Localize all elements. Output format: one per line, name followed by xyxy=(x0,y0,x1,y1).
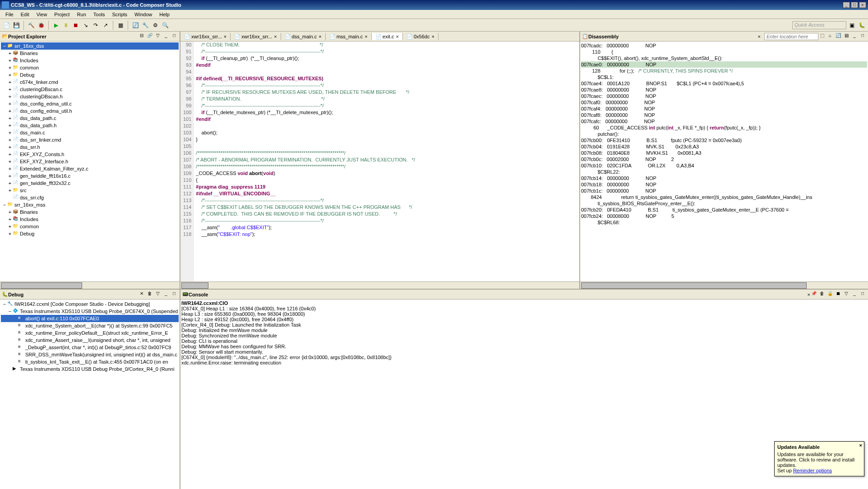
menu-scripts[interactable]: Scripts xyxy=(108,11,131,18)
code-line[interactable]: #pragma diag_suppress 1119 xyxy=(196,184,579,190)
code-line[interactable]: /*--------------------------------------… xyxy=(196,82,579,89)
tree-toggle-icon[interactable]: + xyxy=(7,188,13,193)
minimize-button[interactable]: _ xyxy=(843,2,850,8)
code-line[interactable]: { xyxy=(196,177,579,184)
project-tree-item[interactable]: +📚Includes xyxy=(1,57,179,64)
code-line[interactable]: /* CLOSE THEM. */ xyxy=(196,42,579,48)
tree-toggle-icon[interactable]: + xyxy=(7,58,13,63)
debug-tool1-icon[interactable]: ✕ xyxy=(138,291,145,298)
tree-toggle-icon[interactable]: + xyxy=(7,166,13,171)
maximize-button[interactable]: □ xyxy=(851,2,858,8)
menu-tools[interactable]: Tools xyxy=(90,11,109,18)
menu-window[interactable]: Window xyxy=(131,11,156,18)
step-over-button[interactable]: ↷ xyxy=(91,21,100,30)
tab-close-icon[interactable]: × xyxy=(431,34,434,39)
disasm-tool2-icon[interactable]: ▤ xyxy=(843,33,850,40)
tree-toggle-icon[interactable]: + xyxy=(7,65,13,70)
tree-toggle-icon[interactable]: + xyxy=(7,224,13,229)
pause-button[interactable]: ⏸ xyxy=(61,21,70,30)
code-line[interactable]: /*--------------------------------------… xyxy=(196,48,579,55)
perspective-debug-button[interactable]: 🐛 xyxy=(857,21,866,30)
project-tree-item[interactable]: +📄Extended_Kalman_Filter_xyz.c xyxy=(1,165,179,172)
project-tree-item[interactable]: +📄gen_twiddle_fft16x16.c xyxy=(1,172,179,180)
console-pin-icon[interactable]: 📌 xyxy=(810,291,817,298)
disassembly-line[interactable]: $C$RL22: xyxy=(581,169,867,175)
debug-tree-item[interactable]: ≡xdc_runtime_System_abort__E(char *)() a… xyxy=(1,322,179,329)
console-maximize-icon[interactable]: □ xyxy=(859,291,866,298)
disassembly-line[interactable]: 128 for (;;); /* CURRENTLY, THIS SPINS F… xyxy=(581,68,867,74)
disassembly-line[interactable]: 007fcaf0: 00000000 NOP xyxy=(581,99,867,106)
code-line[interactable]: /* TERMINATION. */ xyxy=(196,96,579,102)
debug-tree-item[interactable]: −💠Texas Instruments XDS110 USB Debug Pro… xyxy=(1,308,179,315)
code-line[interactable]: __asm("C$$EXIT: nop"); xyxy=(196,231,579,238)
disassembly-close-icon[interactable]: × xyxy=(758,34,761,39)
editor-tab[interactable]: 📄dss_main.c× xyxy=(281,33,326,40)
project-tree-item[interactable]: +📄dss_srr_linker.cmd xyxy=(1,136,179,143)
tab-close-icon[interactable]: × xyxy=(274,34,277,39)
code-line[interactable] xyxy=(196,143,579,150)
project-tree-item[interactable]: +📄EKF_XYZ_Interface.h xyxy=(1,158,179,165)
grid-button[interactable]: ▦ xyxy=(116,21,125,30)
project-tree-item[interactable]: +📄clusteringDBscan.c xyxy=(1,86,179,93)
project-tree-item[interactable]: +📄dss_main.c xyxy=(1,129,179,136)
tool3-button[interactable]: 🔍 xyxy=(161,21,170,30)
disassembly-line[interactable]: 007fcb1c: 00000000 NOP xyxy=(581,188,867,194)
tree-toggle-icon[interactable]: + xyxy=(7,101,13,106)
code-line[interactable]: if (__TI_delete_mutexes_ptr) (*__TI_dele… xyxy=(196,109,579,116)
tree-toggle-icon[interactable]: + xyxy=(7,87,13,92)
menu-project[interactable]: Project xyxy=(51,11,73,18)
menu-file[interactable]: File xyxy=(2,11,17,18)
disassembly-line[interactable]: 007fcafc: 00000000 NOP xyxy=(581,118,867,125)
tree-toggle-icon[interactable]: + xyxy=(7,137,13,143)
project-tree-item[interactable]: +📄dss_data_path.h xyxy=(1,122,179,129)
tree-toggle-icon[interactable]: − xyxy=(2,202,7,208)
tab-close-icon[interactable]: × xyxy=(224,34,226,39)
save-button[interactable]: 💾 xyxy=(12,21,21,30)
console-minimize-icon[interactable]: _ xyxy=(851,291,858,298)
console-lock-icon[interactable]: 🔒 xyxy=(826,291,834,298)
disassembly-content[interactable]: 007fcadc: 00000000 NOP 110 { C$$EXIT(), … xyxy=(580,42,868,281)
notification-link[interactable]: Reminder options xyxy=(793,468,832,473)
code-line[interactable]: /*--------------------------------------… xyxy=(196,197,579,204)
minimize-panel-icon[interactable]: _ xyxy=(162,33,170,40)
console-menu-icon[interactable]: ▽ xyxy=(843,291,850,298)
debug-button[interactable]: 🐞 xyxy=(37,21,46,30)
code-line[interactable]: _CODE_ACCESS void abort(void) xyxy=(196,170,579,177)
disassembly-line[interactable]: 007fcb04: 0191E428 MVK.S1 0x23c8,A3 xyxy=(581,143,867,150)
code-line[interactable]: /* COMPLETED. THIS CAN BE REMOVED IF THE… xyxy=(196,211,579,217)
project-tree-item[interactable]: +📁src xyxy=(1,187,179,194)
project-tree-item[interactable]: 📄dss_srr.cfg xyxy=(1,194,179,201)
project-tree-item[interactable]: +📄c674x_linker.cmd xyxy=(1,78,179,86)
project-tree-item[interactable]: +📦Binaries xyxy=(1,50,179,57)
code-line[interactable]: __asm(" .global C$$EXIT"); xyxy=(196,224,579,231)
code-line[interactable]: /*--------------------------------------… xyxy=(196,102,579,109)
debug-minimize-icon[interactable]: _ xyxy=(162,291,170,298)
menu-run[interactable]: Run xyxy=(74,11,90,18)
debug-tree-item[interactable]: ≡abort() at exit.c:110 0x007FCAE0 xyxy=(1,315,179,322)
project-tree-item[interactable]: −📁srr_16xx_mss xyxy=(1,201,179,208)
project-tree-item[interactable]: +📁Debug xyxy=(1,71,179,78)
debug-tree-item[interactable]: ≡ti_sysbios_knl_Task_exit__E() at Task.c… xyxy=(1,358,179,365)
tab-close-icon[interactable]: × xyxy=(319,34,321,39)
notification-close-icon[interactable]: × xyxy=(859,443,862,448)
code-line[interactable]: /* ABORT - ABNORMAL PROGRAM TERMINATION.… xyxy=(196,157,579,163)
disassembly-line[interactable]: 007fcb14: 00000000 NOP xyxy=(581,175,867,181)
tool-button[interactable]: 🔧 xyxy=(141,21,150,30)
menu-help[interactable]: Help xyxy=(156,11,173,18)
perspective-ccs-button[interactable]: ▣ xyxy=(847,21,856,30)
disassembly-line[interactable]: 60 _CODE_ACCESS int putc(int _x, FILE *_… xyxy=(581,125,867,131)
tree-toggle-icon[interactable]: + xyxy=(7,173,13,179)
project-tree-item[interactable]: +📚Includes xyxy=(1,216,179,223)
disassembly-line[interactable]: 007fcb08: 018040E8 MVKH.S1 0x0081,A3 xyxy=(581,150,867,156)
code-line[interactable]: #endif xyxy=(196,116,579,123)
disassembly-line[interactable]: 007fcb20: 0FEDA410 B.S1 ti_sysbios_gates… xyxy=(581,207,867,213)
maximize-panel-icon[interactable]: □ xyxy=(171,33,178,40)
debug-tree-item[interactable]: −🔧IWR1642.ccxml [Code Composer Studio - … xyxy=(1,300,179,308)
editor-tab[interactable]: 📄xwr16xx_srr...× xyxy=(180,33,231,40)
project-tree-item[interactable]: −📁srr_16xx_dss xyxy=(1,42,179,50)
code-line[interactable]: /* SET C$$EXIT LABEL SO THE DEBUGGER KNO… xyxy=(196,204,579,211)
refresh-button[interactable]: 🔄 xyxy=(131,21,140,30)
disasm-refresh-icon[interactable]: 🔄 xyxy=(835,33,842,40)
project-tree-item[interactable]: +📄dss_config_edma_util.h xyxy=(1,107,179,115)
disasm-tool1-icon[interactable]: ⬚ xyxy=(818,33,826,40)
